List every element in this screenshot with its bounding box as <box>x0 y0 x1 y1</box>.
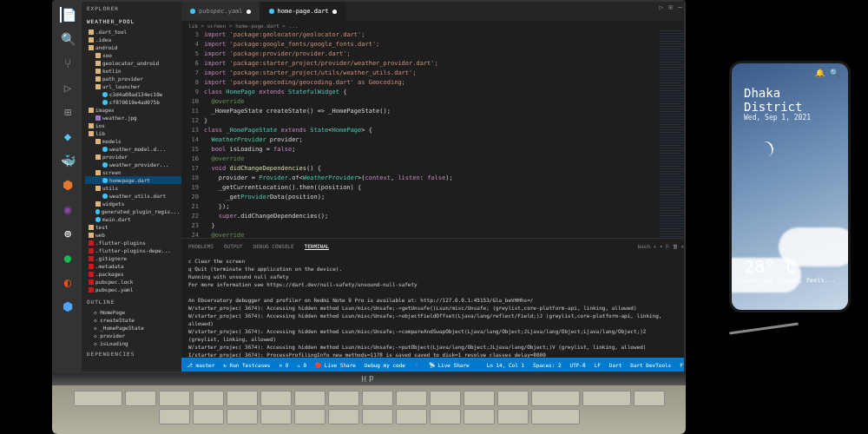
outline-item[interactable]: ◇ _HomePageState <box>85 324 181 332</box>
tree-item[interactable]: weather_provider... <box>85 161 181 168</box>
search-icon[interactable]: 🔍 <box>60 31 76 47</box>
extensions-icon[interactable]: ⊞ <box>60 104 76 120</box>
status-segment[interactable]: Flutter 2.2.1 <box>680 362 686 368</box>
status-segment[interactable]: 🔵 <box>414 362 420 368</box>
tree-item[interactable]: .packages <box>85 270 181 278</box>
outline-item[interactable]: ◇ HomePage <box>85 308 181 316</box>
record-icon[interactable]: ⊚ <box>60 226 76 241</box>
editor-tab[interactable]: pubspec.yaml <box>181 2 260 21</box>
laptop-hinge: HP <box>52 373 686 385</box>
tree-item[interactable]: images <box>85 106 181 114</box>
tree-item[interactable]: models <box>85 137 181 145</box>
more-icon[interactable]: ⋯ <box>678 3 682 11</box>
tree-item[interactable]: .gitignore <box>85 254 181 262</box>
file-label: c3d4a08ad134ec10e <box>109 91 162 97</box>
status-segment[interactable]: UTF-8 <box>570 362 586 368</box>
database-icon[interactable]: ⬢ <box>60 299 76 314</box>
editor-tab[interactable]: home-page.dart <box>260 2 346 21</box>
split-icon[interactable]: ⊞ <box>668 3 673 11</box>
tree-item[interactable]: test <box>85 223 181 231</box>
file-label: cf870019e4ad075b <box>109 99 160 105</box>
status-segment[interactable]: 📡 Live Share <box>429 362 470 368</box>
status-segment[interactable]: ↻ Run Testcases <box>223 362 270 368</box>
terminal-controls[interactable]: bash + ▾ ⎘ 🗑 ✕ <box>638 243 684 249</box>
tree-item[interactable]: .idea <box>85 36 181 43</box>
file-label: test <box>95 224 108 230</box>
tree-item[interactable]: url_launcher <box>85 82 181 90</box>
tree-item[interactable]: .metadata <box>85 262 181 270</box>
tree-item[interactable]: pubspec.yaml <box>85 286 181 293</box>
status-segment[interactable]: Debug my code <box>365 362 405 368</box>
tree-item[interactable]: homepage.dart <box>85 176 181 184</box>
tree-item[interactable]: provider <box>85 153 181 161</box>
panel-tab[interactable]: OUTPUT <box>224 243 243 249</box>
tree-item[interactable]: utils <box>85 184 181 192</box>
tree-item[interactable]: weather.jpg <box>85 114 181 122</box>
file-icon <box>102 178 108 183</box>
tree-item[interactable]: web <box>85 231 181 239</box>
tree-item[interactable]: ios <box>85 122 181 129</box>
source-control-icon[interactable]: ⑂ <box>60 56 76 71</box>
tree-item[interactable]: generated_plugin_regis... <box>85 207 181 215</box>
debug-icon[interactable]: ▷ <box>60 80 76 95</box>
docker-icon[interactable]: 🐳 <box>60 153 76 168</box>
tree-item[interactable]: geolocator_android <box>85 59 181 67</box>
tree-item[interactable]: path_provider <box>85 75 181 82</box>
tree-item[interactable]: xoo <box>85 51 181 59</box>
file-label: web <box>95 232 105 238</box>
outline-item[interactable]: ◇ createState <box>85 316 181 324</box>
remote-icon[interactable]: ⬢ <box>60 177 76 193</box>
file-label: path_provider <box>102 76 143 82</box>
laptop: 📄 🔍 ⑂ ▷ ⊞ ◆ 🐳 ⬢ ◉ ⊚ ● ◐ ⬢ EXPLORER WEATH… <box>52 0 686 434</box>
dependencies-title[interactable]: DEPENDENCIES <box>82 347 181 360</box>
live-share-icon[interactable]: ◉ <box>60 201 76 217</box>
outline-title[interactable]: OUTLINE <box>82 295 181 308</box>
code-content[interactable]: import 'package:geolocator/geolocator.da… <box>204 30 660 238</box>
status-segment[interactable]: Spaces: 2 <box>533 362 562 368</box>
figma-icon[interactable]: ◐ <box>60 274 76 290</box>
status-segment[interactable]: Dart <box>609 362 621 368</box>
tree-item[interactable]: .flutter-plugins-depe... <box>85 247 181 254</box>
status-segment[interactable]: Dart DevTools <box>630 362 671 368</box>
terminal-panel[interactable]: c Clear the screen q Quit (terminate the… <box>181 253 684 358</box>
file-label: utils <box>102 185 118 191</box>
tree-item[interactable]: c3d4a08ad134ec10e <box>85 90 181 98</box>
bell-icon[interactable]: 🔔 <box>815 69 825 77</box>
tree-item[interactable]: cf870019e4ad075b <box>85 98 181 106</box>
explorer-icon[interactable]: 📄 <box>60 7 76 23</box>
minimap[interactable] <box>660 30 684 238</box>
panel-tab[interactable]: TERMINAL <box>305 243 330 250</box>
tree-item[interactable]: main.dart <box>85 215 181 223</box>
laptop-keyboard <box>52 385 686 434</box>
outline-item[interactable]: ◇ provider <box>85 332 181 339</box>
status-segment[interactable]: Ln 14, Col 1 <box>487 362 524 368</box>
tree-item[interactable]: screen <box>85 168 181 176</box>
outline-item[interactable]: ◇ isLoading <box>85 339 181 347</box>
tree-item[interactable]: weather_utils.dart <box>85 192 181 200</box>
tree-item[interactable]: widgets <box>85 200 181 207</box>
tree-item[interactable]: kotlin <box>85 67 181 75</box>
tree-item[interactable]: weather_model.d... <box>85 145 181 153</box>
status-segment[interactable]: ⚠ 0 <box>297 362 306 368</box>
tree-item[interactable]: pubspec.lock <box>85 278 181 286</box>
flutter-icon[interactable]: ◆ <box>60 128 76 144</box>
status-segment[interactable]: LF <box>595 362 601 368</box>
keyboard-key <box>634 391 665 406</box>
tree-item[interactable]: .flutter-plugins <box>85 239 181 247</box>
tree-item[interactable]: lib <box>85 129 181 137</box>
run-icon[interactable]: ▷ <box>660 3 664 11</box>
tree-item[interactable]: .dart_tool <box>85 28 181 36</box>
status-segment[interactable]: ✕ 0 <box>279 362 288 368</box>
spotify-icon[interactable]: ● <box>60 250 76 266</box>
code-editor[interactable]: 3456789101112131415161718192021222324252… <box>181 30 684 238</box>
panel-tab[interactable]: PROBLEMS <box>188 243 214 249</box>
status-segment[interactable]: 🔴 Live Share <box>315 362 356 368</box>
file-label: .idea <box>95 36 111 43</box>
status-segment[interactable]: ⎇ master <box>187 362 214 368</box>
file-label: weather_utils.dart <box>109 193 166 199</box>
panel-tab[interactable]: DEBUG CONSOLE <box>253 243 294 249</box>
file-icon <box>89 248 94 253</box>
breadcrumb[interactable]: lib > screen > home-page.dart > ... <box>181 21 684 30</box>
search-icon[interactable]: 🔍 <box>830 69 839 77</box>
tree-item[interactable]: android <box>85 43 181 51</box>
